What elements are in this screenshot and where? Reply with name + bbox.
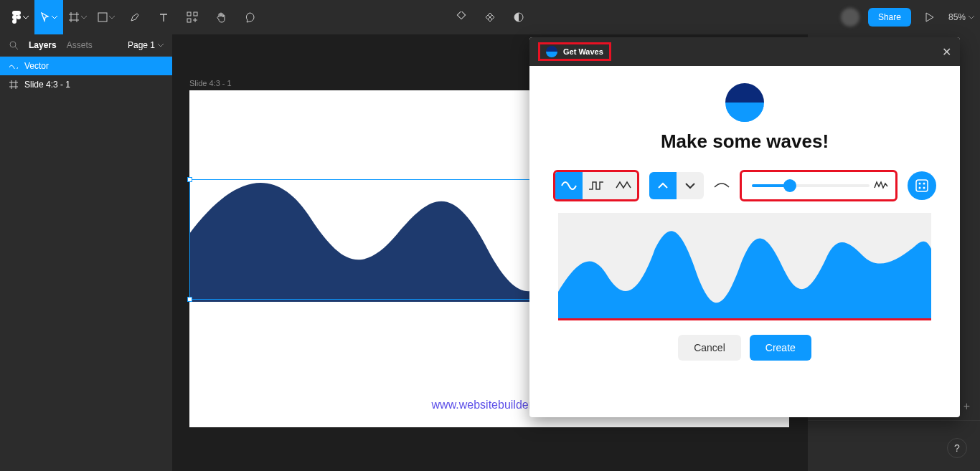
layer-label: Slide 4:3 - 1 [24,80,70,90]
search-icon[interactable] [9,40,19,50]
plugin-actions: Cancel Create [547,335,943,361]
wave-preview [558,213,931,320]
plugin-title-highlight: Get Waves [538,42,611,61]
tab-assets[interactable]: Assets [67,40,93,50]
component-icon [456,11,467,23]
layer-frame[interactable]: Slide 4:3 - 1 [0,75,172,94]
chevron-down-icon [685,182,695,189]
wave-type-peak[interactable] [610,172,637,199]
chevron-down-icon [158,44,164,47]
hand-icon [215,11,227,23]
svg-rect-3 [194,12,197,16]
vector-icon [9,63,19,69]
chevron-down-icon [52,16,57,19]
preview-wave [558,213,931,320]
plugin-body: Make some waves! [529,66,960,378]
svg-point-10 [923,183,925,185]
slider-thumb[interactable] [783,179,796,192]
tab-layers[interactable]: Layers [29,40,57,50]
wave-direction-down[interactable] [677,172,704,199]
square-icon [588,181,604,191]
chevron-up-icon [658,182,668,189]
svg-point-11 [919,187,921,189]
comment-tool-button[interactable] [235,0,264,34]
panel-tabs: Layers Assets Page 1 [0,34,172,57]
share-button[interactable]: Share [868,8,911,27]
boolean-button[interactable] [504,0,533,34]
peak-icon [616,181,631,191]
frame-icon [68,11,80,23]
figma-logo-icon [11,10,22,24]
wave-direction-group [649,172,704,199]
help-button[interactable]: ? [947,438,967,458]
resize-handle-tl[interactable] [187,177,192,182]
toolbar-left [6,0,264,34]
text-icon [159,12,169,22]
main-toolbar: Share 85% [0,0,980,34]
svg-point-9 [919,183,921,185]
shape-tool-button[interactable] [92,0,121,34]
svg-rect-8 [916,180,928,191]
resources-icon [187,11,198,23]
hand-tool-button[interactable] [207,0,235,34]
plugin-dialog: Get Waves ✕ Make some waves! [529,37,960,417]
chevron-down-icon [81,16,87,19]
rectangle-icon [98,12,108,22]
svg-rect-4 [187,19,191,22]
randomize-button[interactable] [908,171,936,200]
wave-type-smooth[interactable] [555,172,583,199]
preview-highlight-line [558,318,931,320]
toolbar-center [447,0,533,34]
wave-low-icon [714,181,730,190]
frame-label[interactable]: Slide 4:3 - 1 [189,79,232,87]
sine-icon [561,181,577,191]
svg-point-0 [17,15,21,19]
svg-rect-2 [187,12,191,16]
chevron-down-icon [969,16,974,19]
svg-rect-5 [457,11,465,19]
pen-icon [129,11,141,23]
layer-vector[interactable]: Vector [0,57,172,75]
chevron-down-icon [23,16,29,19]
frame-tool-button[interactable] [63,0,92,34]
resources-button[interactable] [178,0,207,34]
mask-icon [484,11,496,23]
cancel-button[interactable]: Cancel [678,335,741,361]
pen-tool-button[interactable] [121,0,149,34]
plugin-heading: Make some waves! [547,130,943,153]
zoom-select[interactable]: 85% [948,12,974,22]
plugin-logo-large [725,83,764,122]
mask-button[interactable] [476,0,504,34]
wave-type-square[interactable] [583,172,610,199]
wave-direction-up[interactable] [649,172,677,199]
frame-icon [9,80,19,89]
wave-high-icon [874,181,890,191]
resize-handle-bl[interactable] [187,297,192,302]
figma-menu-button[interactable] [6,0,34,34]
component-button[interactable] [447,0,476,34]
complexity-slider[interactable] [752,184,870,187]
zoom-value: 85% [948,12,966,22]
svg-rect-1 [98,13,107,22]
play-icon [925,12,934,22]
cursor-icon [40,12,50,22]
move-tool-button[interactable] [34,0,63,34]
comment-icon [244,11,255,23]
layer-label: Vector [24,61,49,71]
plugin-controls [547,170,943,201]
create-button[interactable]: Create [750,335,811,361]
present-button[interactable] [920,0,940,34]
wave-type-group [553,170,639,201]
close-button[interactable]: ✕ [942,45,951,59]
text-tool-button[interactable] [149,0,178,34]
user-avatar[interactable] [841,8,859,27]
chevron-down-icon [109,16,115,19]
plugin-name: Get Waves [563,47,603,56]
complexity-slider-wrap [740,170,897,201]
plus-icon[interactable]: + [963,400,970,413]
toolbar-right: Share 85% [841,0,974,34]
page-selector[interactable]: Page 1 [128,40,164,50]
dice-icon [915,179,929,193]
layers-panel: Layers Assets Page 1 Vector Slide 4:3 - … [0,34,172,471]
plugin-header[interactable]: Get Waves ✕ [529,37,960,66]
